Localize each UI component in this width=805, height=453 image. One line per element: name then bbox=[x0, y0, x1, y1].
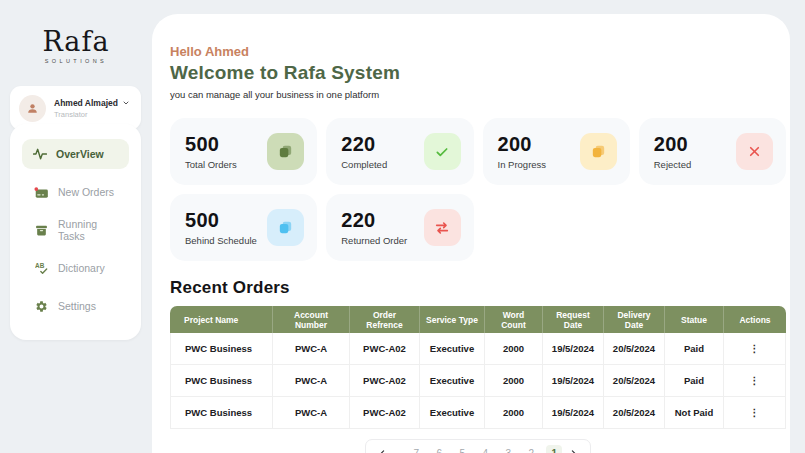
user-role: Translator bbox=[54, 110, 130, 119]
cell-project: PWC Business bbox=[170, 333, 273, 365]
sidebar-item-label: Running Tasks bbox=[58, 218, 119, 242]
logo-subtitle: SOLUTIONS bbox=[0, 58, 152, 64]
sidebar-item-label: OverView bbox=[56, 148, 104, 160]
col-order-reference: Order Refrence bbox=[350, 306, 420, 333]
sidebar-item-running-tasks[interactable]: Running Tasks bbox=[24, 215, 129, 245]
cell-request: 19/5/2024 bbox=[543, 365, 604, 397]
page-2[interactable]: 2 bbox=[523, 445, 539, 453]
copy-icon bbox=[267, 133, 304, 170]
cell-delivery: 20/5/2024 bbox=[604, 333, 665, 365]
sidebar-item-settings[interactable]: Settings bbox=[24, 291, 129, 321]
page-7[interactable]: 7 bbox=[408, 445, 424, 453]
stat-label: Rejected bbox=[654, 159, 692, 170]
cell-delivery: 20/5/2024 bbox=[604, 397, 665, 429]
cell-request: 19/5/2024 bbox=[543, 397, 604, 429]
cell-words: 2000 bbox=[485, 333, 543, 365]
gear-icon bbox=[34, 300, 49, 313]
cell-project: PWC Business bbox=[170, 365, 273, 397]
row-actions-button[interactable]: ⋮ bbox=[750, 407, 760, 418]
check-icon bbox=[424, 133, 461, 170]
table-row: PWC Business PWC-A PWC-A02 Executive 200… bbox=[170, 333, 786, 365]
prev-icon[interactable] bbox=[378, 449, 387, 453]
col-word-count: Word Count bbox=[485, 306, 543, 333]
sidebar-item-new-orders[interactable]: New Orders bbox=[24, 177, 129, 207]
x-icon bbox=[736, 133, 773, 170]
svg-text:AB: AB bbox=[35, 262, 45, 269]
cell-account: PWC-A bbox=[273, 365, 350, 397]
cell-reference: PWC-A02 bbox=[350, 397, 420, 429]
copy-icon bbox=[267, 209, 304, 246]
status-badge: Paid bbox=[665, 333, 724, 365]
stat-value: 200 bbox=[654, 133, 692, 156]
page-4[interactable]: 4 bbox=[477, 445, 493, 453]
cell-request: 19/5/2024 bbox=[543, 333, 604, 365]
col-request-date: Request Date bbox=[543, 306, 604, 333]
stat-label: In Progress bbox=[498, 159, 547, 170]
page-3[interactable]: 3 bbox=[500, 445, 516, 453]
col-service-type: Service Type bbox=[420, 306, 485, 333]
page-6[interactable]: 6 bbox=[431, 445, 447, 453]
stat-value: 220 bbox=[341, 209, 407, 232]
sidebar-item-overview[interactable]: OverView bbox=[22, 139, 129, 169]
cell-words: 2000 bbox=[485, 397, 543, 429]
col-actions: Actions bbox=[724, 306, 786, 333]
col-account-number: Account Number bbox=[273, 306, 350, 333]
stat-card-rejected: 200 Rejected bbox=[639, 118, 786, 185]
user-name: Ahmed Almajed bbox=[54, 98, 118, 108]
next-icon[interactable] bbox=[569, 449, 578, 453]
page-5[interactable]: 5 bbox=[454, 445, 470, 453]
page-subtitle: you can manage all your business in one … bbox=[170, 89, 786, 100]
stat-card-total-orders: 500 Total Orders bbox=[170, 118, 317, 185]
activity-icon bbox=[32, 148, 47, 160]
swap-icon bbox=[424, 209, 461, 246]
copy-icon bbox=[580, 133, 617, 170]
stat-card-completed: 220 Completed bbox=[326, 118, 473, 185]
row-actions-button[interactable]: ⋮ bbox=[750, 375, 760, 386]
chevron-down-icon bbox=[122, 99, 130, 107]
stat-label: Total Orders bbox=[185, 159, 237, 170]
avatar bbox=[19, 95, 46, 122]
page-title: Welcome to Rafa System bbox=[170, 62, 786, 84]
stat-value: 500 bbox=[185, 133, 237, 156]
cell-project: PWC Business bbox=[170, 397, 273, 429]
sidebar: Rafa SOLUTIONS Ahmed Almajed Translator bbox=[0, 0, 152, 453]
sidebar-item-label: Dictionary bbox=[58, 262, 105, 274]
orders-table: Project Name Account Number Order Refren… bbox=[170, 306, 786, 429]
sidebar-item-label: Settings bbox=[58, 300, 96, 312]
stat-label: Returned Order bbox=[341, 235, 407, 246]
cell-words: 2000 bbox=[485, 365, 543, 397]
table-row: PWC Business PWC-A PWC-A02 Executive 200… bbox=[170, 397, 786, 429]
sidebar-item-dictionary[interactable]: AB Dictionary bbox=[24, 253, 129, 283]
sidebar-item-label: New Orders bbox=[58, 186, 114, 198]
table-row: PWC Business PWC-A PWC-A02 Executive 200… bbox=[170, 365, 786, 397]
pagination-ellipsis: .. bbox=[394, 448, 402, 453]
cell-reference: PWC-A02 bbox=[350, 365, 420, 397]
logo-title: Rafa bbox=[0, 28, 152, 55]
col-delivery-date: Delivery Date bbox=[604, 306, 665, 333]
page-1[interactable]: 1 bbox=[546, 445, 562, 453]
stat-label: Completed bbox=[341, 159, 387, 170]
stats-grid: 500 Total Orders 220 Completed bbox=[170, 118, 786, 261]
stat-value: 220 bbox=[341, 133, 387, 156]
cell-account: PWC-A bbox=[273, 333, 350, 365]
cell-delivery: 20/5/2024 bbox=[604, 365, 665, 397]
row-actions-button[interactable]: ⋮ bbox=[750, 343, 760, 354]
cell-account: PWC-A bbox=[273, 397, 350, 429]
stat-value: 200 bbox=[498, 133, 547, 156]
sidebar-nav: OverView New Orders Runni bbox=[10, 124, 141, 340]
greeting: Hello Ahmed bbox=[170, 44, 786, 59]
cell-service: Executive bbox=[420, 365, 485, 397]
col-project-name: Project Name bbox=[170, 306, 273, 333]
pagination: .. 7 6 5 4 3 2 1 bbox=[365, 439, 592, 453]
status-badge: Not Paid bbox=[665, 397, 724, 429]
stat-card-returned-order: 220 Returned Order bbox=[326, 194, 473, 261]
stat-label: Behind Schedule bbox=[185, 235, 257, 246]
col-status: Statue bbox=[665, 306, 724, 333]
recent-orders-title: Recent Orders bbox=[170, 278, 786, 298]
person-icon bbox=[26, 102, 39, 115]
logo: Rafa SOLUTIONS bbox=[0, 28, 152, 64]
stat-card-in-progress: 200 In Progress bbox=[483, 118, 630, 185]
stat-value: 500 bbox=[185, 209, 257, 232]
table-header-row: Project Name Account Number Order Refren… bbox=[170, 306, 786, 333]
stat-card-behind-schedule: 500 Behind Schedule bbox=[170, 194, 317, 261]
